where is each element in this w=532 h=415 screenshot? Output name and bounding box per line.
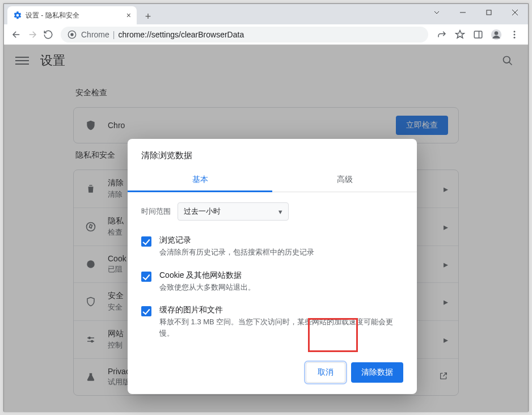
new-tab-button[interactable]: +: [140, 9, 156, 24]
cancel-button[interactable]: 取消: [306, 362, 345, 383]
time-range-row: 时间范围 过去一小时 ▾: [141, 202, 403, 221]
checkbox-cached[interactable]: 缓存的图片和文件 释放不到 1.3 MB 空间。当您下次访问时，某些网站的加载速…: [141, 300, 403, 346]
chevron-down-icon[interactable]: [424, 4, 450, 21]
clear-data-dialog: 清除浏览数据 基本 高级 时间范围 过去一小时 ▾ 浏览记录 会清除: [128, 139, 417, 394]
side-panel-icon[interactable]: [469, 26, 487, 44]
tab-basic[interactable]: 基本: [128, 169, 272, 192]
omnibox[interactable]: Chrome | chrome://settings/clearBrowserD…: [61, 27, 428, 43]
share-icon[interactable]: [433, 26, 451, 44]
omnibox-chrome-label: Chrome: [81, 30, 109, 39]
dialog-title: 清除浏览数据: [128, 139, 417, 169]
svg-point-5: [70, 33, 73, 36]
svg-rect-1: [487, 10, 491, 15]
checkbox-checked-icon[interactable]: [141, 272, 151, 282]
settings-gear-icon: [13, 11, 22, 20]
checkbox-checked-icon[interactable]: [141, 236, 151, 247]
bookmark-star-icon[interactable]: [451, 26, 469, 44]
svg-point-12: [514, 36, 516, 38]
time-range-select[interactable]: 过去一小时 ▾: [178, 202, 289, 221]
caret-down-icon: ▾: [278, 208, 282, 216]
checkbox-checked-icon[interactable]: [141, 306, 151, 316]
svg-rect-6: [474, 31, 482, 38]
browser-tab[interactable]: 设置 - 隐私和安全 ×: [7, 6, 137, 24]
kebab-menu-icon[interactable]: [505, 26, 523, 44]
tab-advanced[interactable]: 高级: [272, 169, 417, 192]
reload-button[interactable]: [40, 27, 56, 43]
close-window-icon[interactable]: [502, 4, 528, 21]
svg-point-11: [514, 33, 516, 35]
window-controls: [424, 4, 528, 21]
back-button[interactable]: [9, 27, 24, 43]
chrome-icon: [67, 30, 77, 39]
tab-title: 设置 - 隐私和安全: [26, 11, 124, 20]
close-tab-icon[interactable]: ×: [126, 11, 131, 20]
settings-page: 设置 安全检查 Chro 立即检查 隐私和安全 清除清除 ▸: [4, 45, 528, 412]
time-range-label: 时间范围: [141, 206, 178, 217]
svg-point-10: [514, 31, 516, 32]
minimize-icon[interactable]: [450, 4, 476, 21]
profile-avatar-icon[interactable]: [487, 26, 505, 44]
dialog-tabs: 基本 高级: [128, 169, 417, 192]
browser-window: 设置 - 隐私和安全 × + Chrome | chrome://setting…: [3, 3, 529, 412]
tab-strip: 设置 - 隐私和安全 × +: [4, 4, 528, 24]
maximize-icon[interactable]: [476, 4, 502, 21]
checkbox-browsing-history[interactable]: 浏览记录 会清除所有历史记录，包括搜索框中的历史记录: [141, 231, 403, 266]
forward-button[interactable]: [24, 27, 40, 43]
svg-point-9: [495, 31, 499, 35]
toolbar: Chrome | chrome://settings/clearBrowserD…: [4, 24, 528, 45]
clear-data-button[interactable]: 清除数据: [351, 362, 403, 383]
checkbox-cookies[interactable]: Cookie 及其他网站数据 会致使您从大多数网站退出。: [141, 266, 403, 301]
omnibox-url: chrome://settings/clearBrowserData: [118, 30, 244, 39]
